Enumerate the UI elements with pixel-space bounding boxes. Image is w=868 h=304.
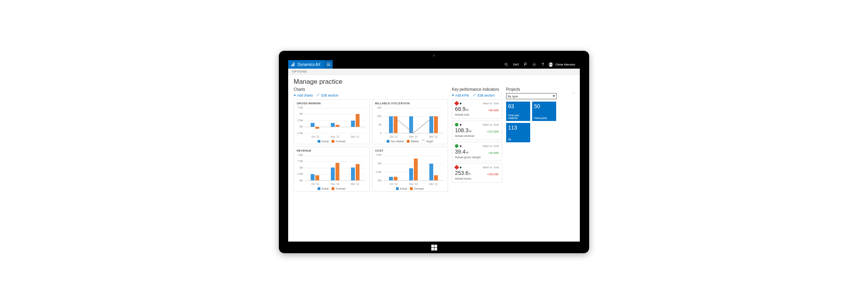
play-icon [460,124,462,126]
pencil-icon [473,93,476,97]
kpi-delta: +68.40M [488,109,499,112]
edit-kpis-button[interactable]: Edit section [473,93,495,97]
bezel-bottom [279,242,589,253]
scroll-up-icon[interactable]: ︿ [572,90,575,95]
tile-label: Time and material [508,114,528,119]
kpi-delta: +39.50M [488,152,499,154]
cost-plot: 7.5M 5M 2.5M 0M [375,153,445,187]
help-button[interactable]: ? [538,60,547,69]
value-vs-goal-label: Value vs. Goal [482,145,499,147]
kpi-delta: +107.90M [487,130,499,133]
tile-count: 63 [508,103,528,109]
nav-menu-button[interactable] [324,60,333,69]
chevron-down-icon [553,95,555,97]
plus-icon: + [294,94,296,97]
chart-cost[interactable]: COST 7.5M 5M 2.5M 0M [372,147,448,192]
company-selector[interactable]: DAT [511,60,521,69]
brand-logo-icon [291,62,295,66]
kpi-card[interactable]: Value vs. Goal108.3M+107.90MActual reven… [452,121,502,140]
hamburger-icon [327,63,330,66]
page-title: Manage practice [294,78,574,86]
charts-title: Charts [294,87,448,92]
kpi-label: Actual hours [455,177,499,180]
gross-margin-plot: 7.5M 5M 2.5M 0M -2.5M [297,106,367,139]
user-name: Olivia Mendes [555,63,575,66]
kpi-title: Key performance indicators [452,87,502,92]
kpi-card[interactable]: Value vs. Goal39.4M+39.50MActual gross m… [452,142,502,161]
pencil-icon [316,93,320,97]
project-tile[interactable]: 63Time and material [506,102,530,121]
windows-button[interactable] [431,245,437,250]
value-vs-goal-label: Value vs. Goal [482,102,499,105]
project-tile[interactable]: 113All [506,123,530,142]
kpi-card[interactable]: Value vs. Goal68.9M+68.40MActual cost [452,99,502,119]
projects-section: Projects By type 63Time and material50Fi… [506,87,574,192]
tablet-device: Dynamics AX DAT ? Ol [279,51,589,253]
tile-label: Fixed-price [534,117,554,119]
projects-filter-select[interactable]: By type [506,93,557,99]
dot-icon [455,144,458,148]
kpi-section: Key performance indicators +Add KPIs Edi… [452,87,502,192]
tile-count: 50 [534,103,554,109]
flag-button[interactable] [521,60,530,69]
ribbon-tab-options[interactable]: OPTIONS [292,70,307,73]
value-vs-goal-label: Value vs. Goal [482,123,499,126]
add-charts-button[interactable]: +Add charts [294,93,313,97]
dot-icon [455,123,458,126]
brand[interactable]: Dynamics AX [288,60,324,69]
tile-count: 113 [508,124,528,131]
search-icon [504,62,508,67]
billable-plot: 150 100 50 0 [375,106,445,139]
chart-gross-margin[interactable]: GROSS MARGIN 7.5M 5M 2.5M 0M -2.5M [294,99,370,144]
charts-section: Charts +Add charts Edit section GROSS MA… [294,87,448,192]
user-menu[interactable]: Olivia Mendes [547,60,580,69]
search-button[interactable] [502,60,511,69]
project-tile[interactable]: 50Fixed-price [532,102,556,121]
gear-icon [532,62,536,67]
kpi-delta: +250.50K [487,173,499,176]
diamond-icon [454,101,459,106]
svg-point-2 [534,64,535,65]
svg-point-0 [505,63,507,65]
flag-icon [524,62,528,67]
add-kpis-button[interactable]: +Add KPIs [452,93,469,97]
kpi-label: Actual revenue [455,134,499,138]
edit-charts-button[interactable]: Edit section [316,93,338,97]
play-icon [460,102,462,105]
plus-icon: + [452,94,454,97]
kpi-label: Actual cost [455,113,499,116]
chart-billable-utilization[interactable]: BILLABLE UTILIZATION 150 100 50 0 [372,99,448,144]
projects-title: Projects [506,87,574,92]
settings-button[interactable] [530,60,538,69]
workspace: Manage practice Charts +Add charts Edit … [288,75,580,242]
app-screen: Dynamics AX DAT ? Ol [288,60,580,242]
app-bar: Dynamics AX DAT ? Ol [288,60,580,69]
avatar-icon [548,62,553,67]
camera-icon [433,54,435,57]
svg-line-1 [507,65,508,66]
value-vs-goal-label: Value vs. Goal [482,166,499,169]
play-icon [460,145,462,147]
revenue-plot: 10M 7.5M 5M 2.5M 0M [297,153,367,187]
kpi-card[interactable]: Value vs. Goal253.6K+250.50KActual hours [452,163,502,183]
tile-label: All [508,138,528,141]
kpi-label: Actual gross margin [455,155,499,159]
chart-revenue[interactable]: REVENUE 10M 7.5M 5M 2.5M 0M [294,147,370,192]
diamond-icon [454,165,459,170]
ribbon: OPTIONS [288,69,580,75]
play-icon [460,166,462,169]
brand-text: Dynamics AX [297,62,320,67]
bezel-top [279,51,589,60]
